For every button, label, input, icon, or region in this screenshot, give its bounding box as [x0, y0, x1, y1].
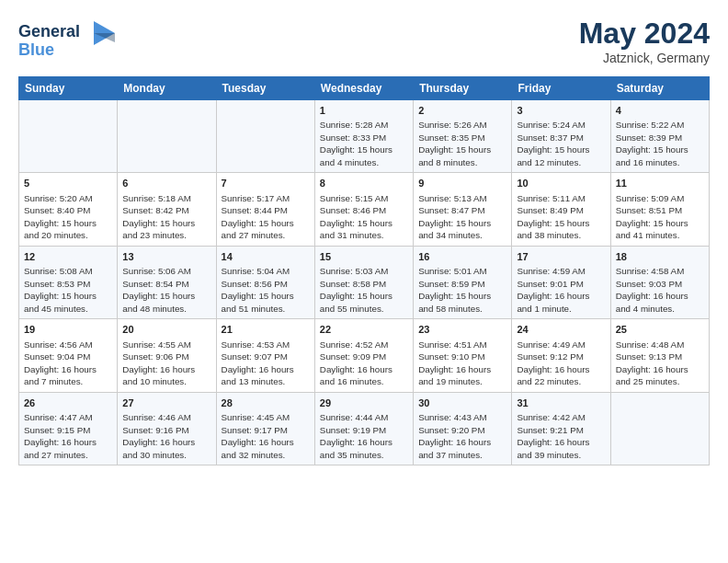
week-row-5: 26Sunrise: 4:47 AM Sunset: 9:15 PM Dayli… — [19, 392, 710, 465]
cell-content: Sunrise: 5:03 AM Sunset: 8:58 PM Dayligh… — [320, 265, 408, 315]
cell-content: Sunrise: 5:17 AM Sunset: 8:44 PM Dayligh… — [222, 192, 310, 242]
cell-content: Sunrise: 4:44 AM Sunset: 9:19 PM Dayligh… — [320, 411, 408, 461]
cell-content: Sunrise: 4:53 AM Sunset: 9:07 PM Dayligh… — [222, 339, 310, 388]
calendar-cell: 3Sunrise: 5:24 AM Sunset: 8:37 PM Daylig… — [512, 100, 610, 173]
cell-content: Sunrise: 5:06 AM Sunset: 8:54 PM Dayligh… — [122, 265, 210, 315]
cell-content: Sunrise: 4:59 AM Sunset: 9:01 PM Dayligh… — [517, 265, 605, 315]
day-number: 21 — [222, 323, 310, 337]
cell-content: Sunrise: 4:58 AM Sunset: 9:03 PM Dayligh… — [616, 265, 704, 315]
calendar-cell: 4Sunrise: 5:22 AM Sunset: 8:39 PM Daylig… — [610, 100, 709, 173]
calendar-cell — [216, 100, 314, 173]
calendar-cell: 28Sunrise: 4:45 AM Sunset: 9:17 PM Dayli… — [216, 392, 314, 465]
col-wednesday: Wednesday — [314, 77, 413, 100]
col-thursday: Thursday — [414, 77, 512, 100]
calendar-cell: 22Sunrise: 4:52 AM Sunset: 9:09 PM Dayli… — [314, 319, 413, 392]
day-number: 8 — [320, 177, 408, 190]
cell-content: Sunrise: 5:01 AM Sunset: 8:59 PM Dayligh… — [418, 265, 506, 315]
calendar-cell: 13Sunrise: 5:06 AM Sunset: 8:54 PM Dayli… — [118, 246, 216, 318]
day-number: 20 — [122, 323, 210, 337]
col-tuesday: Tuesday — [216, 77, 314, 100]
calendar-cell: 2Sunrise: 5:26 AM Sunset: 8:35 PM Daylig… — [414, 100, 512, 173]
day-number: 16 — [418, 250, 506, 264]
cell-content: Sunrise: 4:42 AM Sunset: 9:21 PM Dayligh… — [517, 411, 605, 461]
day-number: 14 — [222, 250, 310, 264]
calendar-cell: 6Sunrise: 5:18 AM Sunset: 8:42 PM Daylig… — [118, 173, 216, 246]
calendar-cell: 1Sunrise: 5:28 AM Sunset: 8:33 PM Daylig… — [314, 100, 413, 173]
day-number: 17 — [517, 250, 605, 264]
calendar-cell: 18Sunrise: 4:58 AM Sunset: 9:03 PM Dayli… — [610, 246, 709, 318]
calendar-cell: 10Sunrise: 5:11 AM Sunset: 8:49 PM Dayli… — [512, 173, 610, 246]
cell-content: Sunrise: 5:09 AM Sunset: 8:51 PM Dayligh… — [616, 192, 704, 242]
calendar-cell: 23Sunrise: 4:51 AM Sunset: 9:10 PM Dayli… — [414, 319, 512, 392]
cell-content: Sunrise: 5:15 AM Sunset: 8:46 PM Dayligh… — [320, 192, 408, 242]
calendar-cell: 12Sunrise: 5:08 AM Sunset: 8:53 PM Dayli… — [19, 246, 118, 318]
day-number: 3 — [517, 104, 605, 118]
calendar-cell: 31Sunrise: 4:42 AM Sunset: 9:21 PM Dayli… — [512, 392, 610, 465]
cell-content: Sunrise: 4:48 AM Sunset: 9:13 PM Dayligh… — [616, 339, 704, 388]
cell-content: Sunrise: 5:11 AM Sunset: 8:49 PM Dayligh… — [517, 192, 605, 242]
week-row-2: 5Sunrise: 5:20 AM Sunset: 8:40 PM Daylig… — [19, 173, 710, 246]
calendar-cell: 29Sunrise: 4:44 AM Sunset: 9:19 PM Dayli… — [314, 392, 413, 465]
day-number: 7 — [222, 177, 310, 190]
cell-content: Sunrise: 5:20 AM Sunset: 8:40 PM Dayligh… — [24, 192, 112, 242]
day-number: 22 — [320, 323, 408, 337]
day-number: 12 — [24, 250, 112, 264]
calendar-cell: 20Sunrise: 4:55 AM Sunset: 9:06 PM Dayli… — [118, 319, 216, 392]
svg-text:General: General — [18, 22, 80, 40]
logo: General Blue — [18, 17, 115, 64]
calendar-cell — [118, 100, 216, 173]
logo-svg: General Blue — [18, 17, 115, 61]
cell-content: Sunrise: 4:52 AM Sunset: 9:09 PM Dayligh… — [320, 339, 408, 388]
day-number: 5 — [24, 177, 112, 190]
calendar-cell: 11Sunrise: 5:09 AM Sunset: 8:51 PM Dayli… — [610, 173, 709, 246]
cell-content: Sunrise: 4:43 AM Sunset: 9:20 PM Dayligh… — [418, 411, 506, 461]
cell-content: Sunrise: 5:24 AM Sunset: 8:37 PM Dayligh… — [517, 119, 605, 168]
title-block: May 2024 Jatznick, Germany — [579, 17, 710, 65]
main-container: General Blue May 2024 Jatznick, Germany … — [0, 0, 728, 475]
day-number: 26 — [24, 396, 112, 410]
calendar-cell: 26Sunrise: 4:47 AM Sunset: 9:15 PM Dayli… — [19, 392, 118, 465]
day-number: 10 — [517, 177, 605, 190]
col-friday: Friday — [512, 77, 610, 100]
day-number: 4 — [616, 104, 704, 118]
month-title: May 2024 — [579, 17, 710, 51]
day-number: 31 — [517, 396, 605, 410]
calendar-cell: 21Sunrise: 4:53 AM Sunset: 9:07 PM Dayli… — [216, 319, 314, 392]
calendar-cell: 25Sunrise: 4:48 AM Sunset: 9:13 PM Dayli… — [610, 319, 709, 392]
day-number: 1 — [320, 104, 408, 118]
cell-content: Sunrise: 4:45 AM Sunset: 9:17 PM Dayligh… — [222, 411, 310, 461]
col-monday: Monday — [118, 77, 216, 100]
week-row-4: 19Sunrise: 4:56 AM Sunset: 9:04 PM Dayli… — [19, 319, 710, 392]
cell-content: Sunrise: 5:18 AM Sunset: 8:42 PM Dayligh… — [122, 192, 210, 242]
day-number: 11 — [616, 177, 704, 190]
cell-content: Sunrise: 4:47 AM Sunset: 9:15 PM Dayligh… — [24, 411, 112, 461]
day-number: 27 — [122, 396, 210, 410]
cell-content: Sunrise: 4:55 AM Sunset: 9:06 PM Dayligh… — [122, 339, 210, 388]
day-number: 30 — [418, 396, 506, 410]
cell-content: Sunrise: 5:22 AM Sunset: 8:39 PM Dayligh… — [616, 119, 704, 168]
day-number: 18 — [616, 250, 704, 264]
cell-content: Sunrise: 4:49 AM Sunset: 9:12 PM Dayligh… — [517, 339, 605, 388]
week-row-1: 1Sunrise: 5:28 AM Sunset: 8:33 PM Daylig… — [19, 100, 710, 173]
cell-content: Sunrise: 5:04 AM Sunset: 8:56 PM Dayligh… — [222, 265, 310, 315]
col-saturday: Saturday — [610, 77, 709, 100]
svg-text:Blue: Blue — [18, 40, 54, 59]
calendar-cell: 24Sunrise: 4:49 AM Sunset: 9:12 PM Dayli… — [512, 319, 610, 392]
day-number: 19 — [24, 323, 112, 337]
calendar-cell — [19, 100, 118, 173]
cell-content: Sunrise: 5:13 AM Sunset: 8:47 PM Dayligh… — [418, 192, 506, 242]
calendar-cell: 16Sunrise: 5:01 AM Sunset: 8:59 PM Dayli… — [414, 246, 512, 318]
location: Jatznick, Germany — [579, 51, 710, 65]
calendar-cell — [610, 392, 709, 465]
calendar-cell: 27Sunrise: 4:46 AM Sunset: 9:16 PM Dayli… — [118, 392, 216, 465]
cell-content: Sunrise: 4:51 AM Sunset: 9:10 PM Dayligh… — [418, 339, 506, 388]
calendar-cell: 8Sunrise: 5:15 AM Sunset: 8:46 PM Daylig… — [314, 173, 413, 246]
cell-content: Sunrise: 5:26 AM Sunset: 8:35 PM Dayligh… — [418, 119, 506, 168]
day-number: 25 — [616, 323, 704, 337]
calendar-table: Sunday Monday Tuesday Wednesday Thursday… — [18, 76, 710, 465]
week-row-3: 12Sunrise: 5:08 AM Sunset: 8:53 PM Dayli… — [19, 246, 710, 318]
calendar-cell: 14Sunrise: 5:04 AM Sunset: 8:56 PM Dayli… — [216, 246, 314, 318]
col-sunday: Sunday — [19, 77, 118, 100]
calendar-cell: 5Sunrise: 5:20 AM Sunset: 8:40 PM Daylig… — [19, 173, 118, 246]
calendar-cell: 19Sunrise: 4:56 AM Sunset: 9:04 PM Dayli… — [19, 319, 118, 392]
